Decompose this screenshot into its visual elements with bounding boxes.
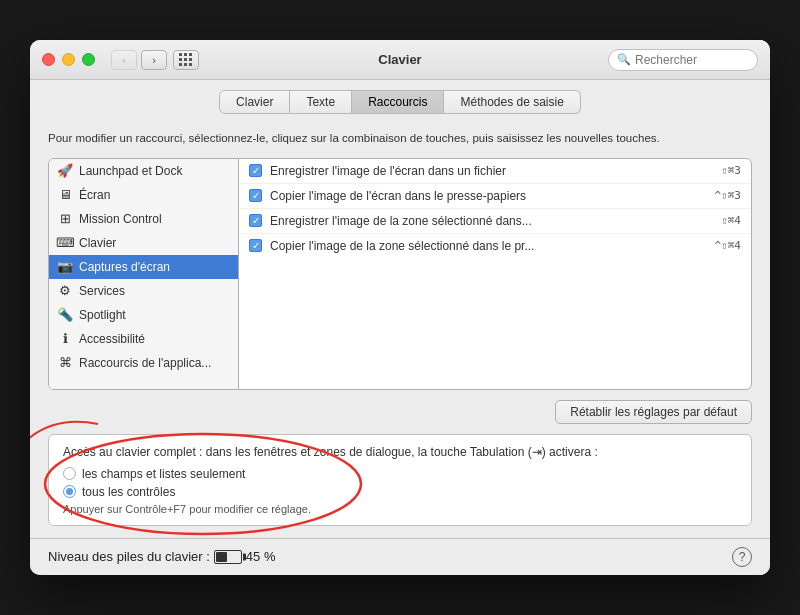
tab-methodes[interactable]: Méthodes de saisie xyxy=(444,90,580,114)
ka-title: Accès au clavier complet : dans les fenê… xyxy=(63,445,737,459)
shortcut-label-3: Copier l'image de la zone sélectionné da… xyxy=(270,239,707,253)
status-bar: Niveau des piles du clavier : 45 % ? xyxy=(30,538,770,575)
main-panel: 🚀 Launchpad et Dock 🖥 Écran ⊞ Mission Co… xyxy=(48,158,752,390)
main-window: ‹ › Clavier 🔍 Clavier Texte Raccourcis M… xyxy=(30,40,770,574)
spotlight-icon: 🔦 xyxy=(57,307,73,323)
close-button[interactable] xyxy=(42,53,55,66)
help-button[interactable]: ? xyxy=(732,547,752,567)
sidebar-item-mission[interactable]: ⊞ Mission Control xyxy=(49,207,238,231)
tab-texte[interactable]: Texte xyxy=(290,90,352,114)
sidebar-item-ecran[interactable]: 🖥 Écran xyxy=(49,183,238,207)
window-title: Clavier xyxy=(378,52,421,67)
checkbox-0[interactable]: ✓ xyxy=(249,164,262,177)
keyboard-access-panel: Accès au clavier complet : dans les fenê… xyxy=(48,434,752,526)
search-input[interactable] xyxy=(635,53,749,67)
description-text: Pour modifier un raccourci, sélectionnez… xyxy=(48,130,752,147)
shortcut-row-0[interactable]: ✓ Enregistrer l'image de l'écran dans un… xyxy=(239,159,751,184)
accessibilite-icon: ℹ xyxy=(57,331,73,347)
clavier-icon: ⌨ xyxy=(57,235,73,251)
radio-label-controles: tous les contrôles xyxy=(82,485,175,499)
maximize-button[interactable] xyxy=(82,53,95,66)
reset-button[interactable]: Rétablir les réglages par défaut xyxy=(555,400,752,424)
shortcut-label-2: Enregistrer l'image de la zone sélection… xyxy=(270,214,713,228)
captures-icon: 📷 xyxy=(57,259,73,275)
launchpad-icon: 🚀 xyxy=(57,163,73,179)
shortcut-key-2: ⇧⌘4 xyxy=(721,214,741,227)
sidebar-label-spotlight: Spotlight xyxy=(79,308,126,322)
radio-row-controles[interactable]: tous les contrôles xyxy=(63,485,737,499)
sidebar-label-clavier: Clavier xyxy=(79,236,116,250)
battery-percent: 45 % xyxy=(246,549,276,564)
shortcuts-panel: ✓ Enregistrer l'image de l'écran dans un… xyxy=(239,159,751,389)
forward-button[interactable]: › xyxy=(141,50,167,70)
sidebar-label-mission: Mission Control xyxy=(79,212,162,226)
sidebar-item-clavier[interactable]: ⌨ Clavier xyxy=(49,231,238,255)
back-button[interactable]: ‹ xyxy=(111,50,137,70)
checkbox-3[interactable]: ✓ xyxy=(249,239,262,252)
shortcut-row-2[interactable]: ✓ Enregistrer l'image de la zone sélecti… xyxy=(239,209,751,234)
appli-icon: ⌘ xyxy=(57,355,73,371)
sidebar-label-services: Services xyxy=(79,284,125,298)
battery-icon xyxy=(214,550,242,564)
checkbox-2[interactable]: ✓ xyxy=(249,214,262,227)
shortcut-key-1: ^⇧⌘3 xyxy=(715,189,742,202)
shortcut-row-3[interactable]: ✓ Copier l'image de la zone sélectionné … xyxy=(239,234,751,258)
sidebar-item-accessibilite[interactable]: ℹ Accessibilité xyxy=(49,327,238,351)
tabs-bar: Clavier Texte Raccourcis Méthodes de sai… xyxy=(30,80,770,120)
sidebar-label-launchpad: Launchpad et Dock xyxy=(79,164,182,178)
sidebar-label-ecran: Écran xyxy=(79,188,110,202)
search-icon: 🔍 xyxy=(617,53,631,66)
mission-icon: ⊞ xyxy=(57,211,73,227)
reset-btn-row: Rétablir les réglages par défaut xyxy=(48,400,752,424)
grid-icon xyxy=(179,53,193,67)
sidebar-label-captures: Captures d'écran xyxy=(79,260,170,274)
shortcut-row-1[interactable]: ✓ Copier l'image de l'écran dans le pres… xyxy=(239,184,751,209)
shortcut-key-3: ^⇧⌘4 xyxy=(715,239,742,252)
radio-champs[interactable] xyxy=(63,467,76,480)
sidebar-label-accessibilite: Accessibilité xyxy=(79,332,145,346)
nav-buttons: ‹ › xyxy=(111,50,167,70)
checkbox-1[interactable]: ✓ xyxy=(249,189,262,202)
search-box[interactable]: 🔍 xyxy=(608,49,758,71)
sidebar-item-spotlight[interactable]: 🔦 Spotlight xyxy=(49,303,238,327)
services-icon: ⚙ xyxy=(57,283,73,299)
sidebar-label-appli: Raccourcis de l'applica... xyxy=(79,356,211,370)
traffic-lights xyxy=(42,53,95,66)
battery-label: Niveau des piles du clavier : xyxy=(48,549,210,564)
keyboard-access-wrapper: Accès au clavier complet : dans les fenê… xyxy=(48,434,752,526)
shortcut-key-0: ⇧⌘3 xyxy=(721,164,741,177)
footer-area: Rétablir les réglages par défaut Accès a… xyxy=(48,400,752,526)
ecran-icon: 🖥 xyxy=(57,187,73,203)
grid-button[interactable] xyxy=(173,50,199,70)
shortcut-label-1: Copier l'image de l'écran dans le presse… xyxy=(270,189,707,203)
sidebar-item-appli[interactable]: ⌘ Raccourcis de l'applica... xyxy=(49,351,238,375)
shortcut-label-0: Enregistrer l'image de l'écran dans un f… xyxy=(270,164,713,178)
radio-controles[interactable] xyxy=(63,485,76,498)
sidebar-list: 🚀 Launchpad et Dock 🖥 Écran ⊞ Mission Co… xyxy=(49,159,239,389)
tab-raccourcis[interactable]: Raccourcis xyxy=(352,90,444,114)
radio-label-champs: les champs et listes seulement xyxy=(82,467,245,481)
battery-fill xyxy=(216,552,227,562)
titlebar: ‹ › Clavier 🔍 xyxy=(30,40,770,80)
battery-body xyxy=(214,550,242,564)
sidebar-item-services[interactable]: ⚙ Services xyxy=(49,279,238,303)
radio-row-champs[interactable]: les champs et listes seulement xyxy=(63,467,737,481)
tab-clavier[interactable]: Clavier xyxy=(219,90,290,114)
sidebar-item-captures[interactable]: 📷 Captures d'écran xyxy=(49,255,238,279)
hint-text: Appuyer sur Contrôle+F7 pour modifier ce… xyxy=(63,503,737,515)
sidebar-item-launchpad[interactable]: 🚀 Launchpad et Dock xyxy=(49,159,238,183)
content-area: Pour modifier un raccourci, sélectionnez… xyxy=(30,120,770,537)
minimize-button[interactable] xyxy=(62,53,75,66)
